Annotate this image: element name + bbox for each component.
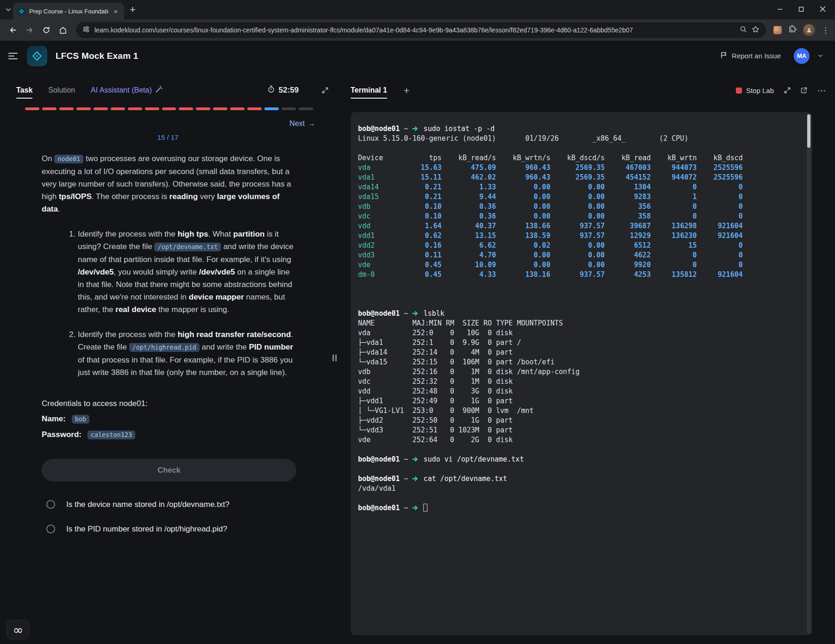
avatar-chevron-down-icon[interactable] xyxy=(818,54,823,57)
chat-widget-button[interactable]: ∞ xyxy=(6,620,30,639)
terminal-line: vdd 1.64 40.37 138.66 937.57 39687 13629… xyxy=(358,221,805,231)
address-bar[interactable]: learn.kodekloud.com/user/courses/linux-f… xyxy=(76,22,766,38)
reload-icon[interactable] xyxy=(39,23,54,38)
terminal-line: │ └─VG1-LV1 253:0 0 900M 0 lvm /mnt xyxy=(358,406,805,416)
terminal-line xyxy=(358,445,805,455)
scrollbar-thumb[interactable] xyxy=(807,114,810,148)
user-avatar[interactable]: MA xyxy=(794,48,810,64)
terminal-line xyxy=(358,144,805,153)
credentials-name-row: Name: bob xyxy=(42,413,296,425)
terminal-line: bob@node01 ~ sudo iostat -p -d xyxy=(358,124,805,134)
app-header: LFCS Mock Exam 1 Report an Issue MA xyxy=(0,41,835,71)
terminal-line: vdc 252:32 0 1M 0 disk xyxy=(358,377,805,387)
panel-resize-handle[interactable] xyxy=(333,354,337,361)
browser-window: Prep Course - Linux Foundation... × + le… xyxy=(0,0,835,644)
terminal-line: ├─vdd1 252:49 0 1G 0 part xyxy=(358,396,805,406)
inline-code-chip: /opt/highread.pid xyxy=(129,343,200,352)
next-label: Next xyxy=(289,119,305,128)
flag-icon xyxy=(720,51,728,60)
browser-toolbar: learn.kodekloud.com/user/courses/linux-f… xyxy=(0,19,835,41)
progress-segment-done xyxy=(111,107,125,110)
terminal-line: vda15 0.21 9.44 0.00 0.00 9283 1 0 xyxy=(358,192,805,202)
progress-segment-done xyxy=(59,107,74,110)
terminal-line xyxy=(358,464,805,474)
progress-segment-done xyxy=(213,107,227,110)
terminal-line: vdd2 0.16 6.62 0.02 0.00 6512 15 0 xyxy=(358,241,805,250)
bookmark-star-icon[interactable] xyxy=(752,25,760,35)
terminal-line: └─vdd3 252:51 0 1023M 0 part xyxy=(358,425,805,435)
task-step-1: Identify the process with the high tps. … xyxy=(78,228,296,316)
radio-highread[interactable] xyxy=(46,525,55,533)
progress-segment-current xyxy=(264,107,279,110)
terminal-line: └─vda15 252:15 0 106M 0 part /boot/efi xyxy=(358,357,805,367)
site-settings-icon[interactable] xyxy=(82,25,90,35)
inline-code-chip: /opt/devname.txt xyxy=(154,243,221,251)
terminal-window[interactable]: bob@node01 ~ sudo iostat -p -dLinux 5.15… xyxy=(351,112,812,635)
browser-profile-avatar[interactable] xyxy=(803,24,815,36)
credentials: Credentials to access node01: Name: bob … xyxy=(42,397,296,441)
terminal-line: ├─vda1 252:1 0 9.9G 0 part / xyxy=(358,338,805,348)
terminal-line xyxy=(358,299,805,309)
terminal-line: ├─vda14 252:14 0 4M 0 part xyxy=(358,348,805,357)
window-maximize-icon[interactable] xyxy=(798,6,804,14)
tab-search-chevron-icon[interactable] xyxy=(6,8,11,12)
page-title: LFCS Mock Exam 1 xyxy=(56,51,138,61)
progress-segment-done xyxy=(42,107,57,110)
username-chip: bob xyxy=(72,415,89,424)
expand-task-panel-icon[interactable] xyxy=(322,87,328,94)
app: LFCS Mock Exam 1 Report an Issue MA Task… xyxy=(0,41,835,644)
terminal-line: vdd 252:48 0 3G 0 disk xyxy=(358,387,805,396)
stop-lab-button[interactable]: Stop Lab xyxy=(736,87,774,94)
next-button[interactable]: Next → xyxy=(289,119,315,128)
extensions-puzzle-icon[interactable] xyxy=(788,25,797,35)
new-tab-button[interactable]: + xyxy=(130,5,136,15)
zoom-icon[interactable] xyxy=(740,25,747,35)
question-highread-label: Is the PID number stored in /opt/highrea… xyxy=(66,523,227,535)
question-row-highread[interactable]: Is the PID number stored in /opt/highrea… xyxy=(46,523,296,535)
open-in-new-icon[interactable] xyxy=(801,87,807,94)
terminal-line: bob@node01 ~ cat /opt/devname.txt xyxy=(358,474,805,484)
terminal-line xyxy=(358,289,805,299)
check-button[interactable]: Check xyxy=(42,459,296,481)
task-intro: On node01 two processes are overusing ou… xyxy=(42,152,296,215)
home-icon[interactable] xyxy=(56,23,70,38)
add-terminal-button[interactable]: + xyxy=(404,86,409,95)
tab-ai-assistant[interactable]: AI Assistant (Beta) xyxy=(91,86,163,95)
stop-icon xyxy=(736,88,742,94)
window-close-icon[interactable] xyxy=(820,6,826,14)
url-text[interactable]: learn.kodekloud.com/user/courses/linux-f… xyxy=(94,26,735,34)
terminal-line: vde 252:64 0 2G 0 disk xyxy=(358,435,805,445)
kodekloud-logo[interactable] xyxy=(27,46,47,66)
tab-terminal-1[interactable]: Terminal 1 xyxy=(351,86,387,94)
terminal-screen: bob@node01 ~ sudo iostat -p -dLinux 5.15… xyxy=(351,112,812,522)
terminal-line: dm-0 0.45 4.33 138.16 937.57 4253 135812… xyxy=(358,270,805,280)
window-minimize-icon[interactable] xyxy=(777,6,783,14)
terminal-line xyxy=(358,280,805,289)
tab-task[interactable]: Task xyxy=(16,86,32,94)
task-panel-tabs: Task Solution AI Assistant (Beta) 52:59 xyxy=(0,81,336,99)
task-panel: Task Solution AI Assistant (Beta) 52:59 xyxy=(0,71,336,644)
tab-solution[interactable]: Solution xyxy=(48,86,75,94)
progress-segment-done xyxy=(145,107,159,110)
stop-lab-label: Stop Lab xyxy=(746,87,774,94)
question-row-devname[interactable]: Is the device name stored in /opt/devnam… xyxy=(46,498,296,511)
terminal-line: Linux 5.15.0-160-generic (node01) 01/19/… xyxy=(358,134,805,144)
terminal-line: vda 252:0 0 10G 0 disk xyxy=(358,328,805,338)
sidebar-toggle-icon[interactable] xyxy=(7,51,19,61)
terminal-scrollbar[interactable] xyxy=(807,113,811,634)
browser-menu-icon[interactable]: ⋮ xyxy=(822,25,829,35)
tab-close-icon[interactable]: × xyxy=(112,8,119,15)
tab-favicon-icon xyxy=(18,7,25,15)
radio-devname[interactable] xyxy=(46,500,55,509)
next-row: Next → xyxy=(0,119,336,128)
browser-tab[interactable]: Prep Course - Linux Foundation... × xyxy=(13,3,124,19)
back-icon[interactable] xyxy=(6,23,20,38)
report-issue-button[interactable]: Report an Issue xyxy=(720,51,781,60)
progress-segment-done xyxy=(25,107,39,110)
name-label: Name: xyxy=(42,414,66,423)
forward-icon[interactable] xyxy=(22,23,37,38)
terminal-line: vdd3 0.11 4.70 0.00 0.00 4622 0 0 xyxy=(358,250,805,260)
extension-icon[interactable] xyxy=(773,26,782,34)
fullscreen-terminal-icon[interactable] xyxy=(784,87,791,94)
terminal-menu-icon[interactable]: ⋯ xyxy=(817,85,827,96)
